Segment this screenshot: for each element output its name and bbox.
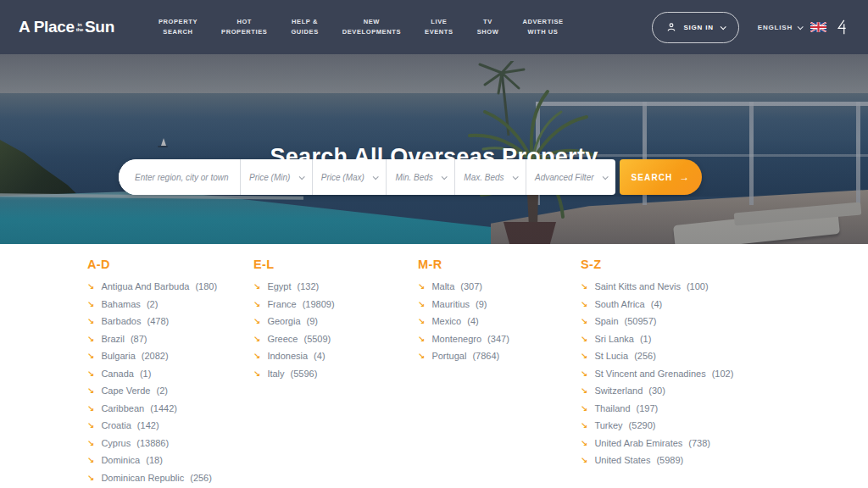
south-east-arrow-icon: ↘ xyxy=(87,282,94,291)
country-link-bulgaria[interactable]: ↘Bulgaria(2082) xyxy=(87,352,253,361)
nav-item-new-developments[interactable]: NEWDEVELOPMENTS xyxy=(331,17,413,37)
south-east-arrow-icon: ↘ xyxy=(87,404,94,413)
filter-label: Price (Min) xyxy=(249,173,290,182)
country-count: (4) xyxy=(314,352,325,361)
filter-price-min[interactable]: Price (Min) xyxy=(240,159,312,195)
country-count: (87) xyxy=(131,335,147,344)
hero-section: Search All Overseas Property Price (Min)… xyxy=(0,54,868,244)
country-name: Cape Verde xyxy=(101,386,150,396)
filter-max-beds[interactable]: Max. Beds xyxy=(454,159,526,195)
country-link-georgia[interactable]: ↘Georgia(9) xyxy=(253,317,418,326)
site-logo[interactable]: A Place inthe Sun xyxy=(19,18,114,36)
country-name: Spain xyxy=(594,317,618,326)
account-area: SIGN IN ENGLISH xyxy=(652,12,849,43)
column-header: M-R xyxy=(418,258,581,271)
country-count: (2) xyxy=(157,386,168,396)
country-name: Italy xyxy=(267,369,284,379)
country-name: Portugal xyxy=(431,352,466,361)
country-link-portugal[interactable]: ↘Portugal(7864) xyxy=(418,352,581,361)
country-link-mauritius[interactable]: ↘Mauritius(9) xyxy=(418,300,581,309)
country-link-malta[interactable]: ↘Malta(307) xyxy=(418,282,581,291)
country-link-turkey[interactable]: ↘Turkey(5290) xyxy=(581,421,868,430)
south-east-arrow-icon: ↘ xyxy=(87,369,94,379)
country-name: Saint Kitts and Nevis xyxy=(594,282,681,291)
south-east-arrow-icon: ↘ xyxy=(581,456,587,465)
country-link-montenegro[interactable]: ↘Montenegro(347) xyxy=(418,335,581,344)
country-link-antigua-and-barbuda[interactable]: ↘Antigua And Barbuda(180) xyxy=(87,282,253,291)
country-link-dominica[interactable]: ↘Dominica(18) xyxy=(87,456,253,465)
column-header: E-L xyxy=(253,258,418,271)
country-column-a-d: A-D↘Antigua And Barbuda(180)↘Bahamas(2)↘… xyxy=(87,252,253,488)
nav-item-tv-show[interactable]: TVSHOW xyxy=(465,17,511,37)
country-link-united-states[interactable]: ↘United States(5989) xyxy=(581,456,868,465)
sign-in-button[interactable]: SIGN IN xyxy=(652,12,738,43)
country-count: (1) xyxy=(140,369,151,379)
country-link-united-arab-emirates[interactable]: ↘United Arab Emirates(738) xyxy=(581,439,868,448)
country-count: (19809) xyxy=(303,300,335,309)
nav-item-property-search[interactable]: PROPERTYSEARCH xyxy=(147,17,209,37)
country-link-indonesia[interactable]: ↘Indonesia(4) xyxy=(253,352,418,361)
channel4-logo[interactable] xyxy=(837,18,849,36)
country-link-barbados[interactable]: ↘Barbados(478) xyxy=(87,317,253,326)
nav-item-help-and-guides[interactable]: HELP &GUIDES xyxy=(279,17,330,37)
nav-item-live-events[interactable]: LIVEEVENTS xyxy=(413,17,465,37)
country-link-switzerland[interactable]: ↘Switzerland(30) xyxy=(581,386,868,396)
south-east-arrow-icon: ↘ xyxy=(253,282,260,291)
south-east-arrow-icon: ↘ xyxy=(253,369,260,379)
south-east-arrow-icon: ↘ xyxy=(418,335,425,344)
country-name: Dominican Republic xyxy=(101,474,184,483)
country-link-sri-lanka[interactable]: ↘Sri Lanka(1) xyxy=(581,335,868,344)
country-link-spain[interactable]: ↘Spain(50957) xyxy=(581,317,868,326)
country-link-bahamas[interactable]: ↘Bahamas(2) xyxy=(87,300,253,309)
country-link-mexico[interactable]: ↘Mexico(4) xyxy=(418,317,581,326)
country-count: (4) xyxy=(467,317,478,326)
column-header: A-D xyxy=(87,258,253,271)
language-selector[interactable]: ENGLISH xyxy=(758,24,802,31)
country-link-brazil[interactable]: ↘Brazil(87) xyxy=(87,335,253,344)
country-count: (4) xyxy=(651,300,662,309)
south-east-arrow-icon: ↘ xyxy=(581,439,587,448)
south-east-arrow-icon: ↘ xyxy=(418,282,425,291)
country-link-thailand[interactable]: ↘Thailand(197) xyxy=(581,404,868,413)
country-link-egypt[interactable]: ↘Egypt(132) xyxy=(253,282,418,291)
country-link-italy[interactable]: ↘Italy(5596) xyxy=(253,369,418,379)
country-link-france[interactable]: ↘France(19809) xyxy=(253,300,418,309)
country-name: Egypt xyxy=(267,282,291,291)
country-link-st-vincent-and-grenadines[interactable]: ↘St Vincent and Grenadines(102) xyxy=(581,369,868,379)
country-link-south-africa[interactable]: ↘South Africa(4) xyxy=(581,300,868,309)
region-search-input[interactable] xyxy=(119,159,240,195)
filter-label: Max. Beds xyxy=(464,173,504,182)
south-east-arrow-icon: ↘ xyxy=(418,300,425,309)
country-link-dominican-republic[interactable]: ↘Dominican Republic(256) xyxy=(87,474,253,483)
nav-item-advertise-with-us[interactable]: ADVERTISEWITH US xyxy=(510,17,575,37)
country-link-croatia[interactable]: ↘Croatia(142) xyxy=(87,421,253,430)
filter-min-beds[interactable]: Min. Beds xyxy=(386,159,454,195)
country-count: (307) xyxy=(460,282,482,291)
nav-item-label: EVENTS xyxy=(425,27,453,37)
country-link-greece[interactable]: ↘Greece(5509) xyxy=(253,335,418,344)
country-link-st-lucia[interactable]: ↘St Lucia(256) xyxy=(581,352,868,361)
country-count: (197) xyxy=(637,404,659,413)
country-link-saint-kitts-and-nevis[interactable]: ↘Saint Kitts and Nevis(100) xyxy=(581,282,868,291)
country-count: (1) xyxy=(640,335,651,344)
nav-item-hot-properties[interactable]: HOTPROPERTIES xyxy=(209,17,279,37)
country-name: Thailand xyxy=(594,404,630,413)
country-link-canada[interactable]: ↘Canada(1) xyxy=(87,369,253,379)
nav-item-label: LIVE xyxy=(425,17,453,27)
country-link-caribbean[interactable]: ↘Caribbean(1442) xyxy=(87,404,253,413)
logo-part-sun: Sun xyxy=(85,18,114,36)
country-count: (50957) xyxy=(625,317,657,326)
search-button[interactable]: SEARCH → xyxy=(620,159,702,195)
country-column-e-l: E-L↘Egypt(132)↘France(19809)↘Georgia(9)↘… xyxy=(253,252,418,488)
country-count: (100) xyxy=(687,282,709,291)
country-list: ↘Saint Kitts and Nevis(100)↘South Africa… xyxy=(581,282,868,465)
filter-price-max[interactable]: Price (Max) xyxy=(312,159,387,195)
country-name: Sri Lanka xyxy=(594,335,633,344)
uk-flag-icon[interactable] xyxy=(810,22,826,32)
south-east-arrow-icon: ↘ xyxy=(253,300,260,309)
country-link-cyprus[interactable]: ↘Cyprus(13886) xyxy=(87,439,253,448)
sign-in-label: SIGN IN xyxy=(683,24,713,31)
south-east-arrow-icon: ↘ xyxy=(253,335,260,344)
filter-advanced-filter[interactable]: Advanced Filter xyxy=(526,159,615,195)
country-link-cape-verde[interactable]: ↘Cape Verde(2) xyxy=(87,386,253,396)
